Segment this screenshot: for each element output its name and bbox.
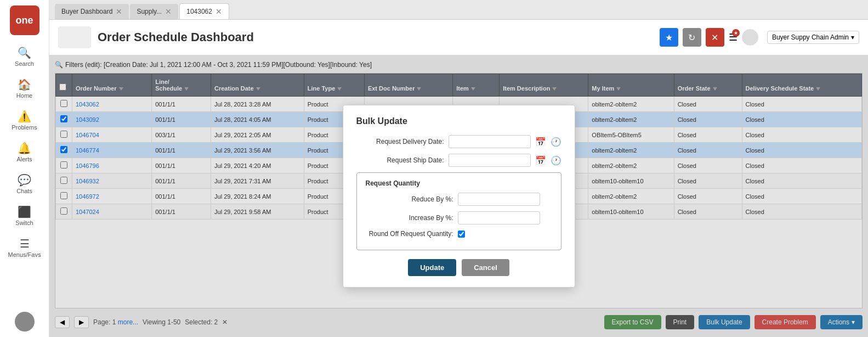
sidebar-item-label: Chats	[16, 188, 32, 194]
sidebar-item-alerts[interactable]: 🔔 Alerts	[0, 136, 49, 168]
calendar-icon[interactable]: 📅	[535, 137, 546, 147]
header-actions: ★ ↻ ✕ ☰ ★ Buyer Suppy Chain Admin ▾	[660, 28, 859, 47]
page-title: Order Schedule Dashboard	[98, 30, 660, 44]
request-qty-title: Request Quantity	[366, 179, 552, 187]
tab-supply[interactable]: Supply... ✕	[130, 4, 178, 19]
reduce-by-input[interactable]	[458, 193, 540, 206]
clock-icon[interactable]: 🕐	[551, 155, 561, 166]
tab-1043062[interactable]: 1043062 ✕	[179, 3, 229, 19]
sidebar-item-label: Problems	[12, 124, 37, 131]
alerts-icon: 🔔	[18, 142, 31, 155]
menus-icon: ☰	[20, 237, 30, 250]
avatar	[742, 29, 758, 46]
modal-actions: Update Cancel	[356, 259, 561, 276]
cancel-button[interactable]: Cancel	[462, 259, 509, 276]
sidebar-item-search[interactable]: 🔍 Search	[0, 41, 49, 72]
reduce-by-label: Reduce By %:	[366, 195, 453, 203]
problems-icon: ⚠️	[18, 110, 31, 123]
switch-icon: ⬛	[18, 205, 31, 218]
app-logo: one	[10, 5, 39, 35]
sidebar-item-label: Alerts	[16, 156, 32, 162]
sidebar-item-chats[interactable]: 💬 Chats	[0, 168, 49, 200]
ship-date-input[interactable]	[449, 154, 531, 167]
increase-by-input[interactable]	[458, 211, 540, 224]
delivery-date-input[interactable]	[449, 135, 531, 148]
notification-badge: ★	[732, 29, 740, 37]
user-dropdown[interactable]: Buyer Suppy Chain Admin ▾	[767, 31, 859, 44]
close-tab-icon[interactable]: ✕	[165, 7, 172, 16]
page-header: Order Schedule Dashboard ★ ↻ ✕ ☰ ★ Buyer…	[49, 20, 868, 55]
update-button[interactable]: Update	[408, 259, 456, 276]
chats-icon: 💬	[18, 173, 31, 187]
sidebar-item-label: Menus/Favs	[8, 251, 41, 258]
sidebar-item-problems[interactable]: ⚠️ Problems	[0, 104, 49, 136]
clock-icon[interactable]: 🕐	[551, 137, 561, 147]
round-off-checkbox[interactable]	[458, 231, 465, 238]
company-logo	[58, 26, 91, 48]
sidebar-item-switch[interactable]: ⬛ Switch	[0, 200, 49, 232]
home-icon: 🏠	[18, 78, 31, 91]
chevron-down-icon: ▾	[851, 33, 854, 41]
modal-overlay: Bulk Update Request Delivery Date: 📅 🕐 R…	[49, 55, 868, 337]
main-area: Buyer Dashboard ✕ Supply... ✕ 1043062 ✕ …	[49, 0, 868, 337]
close-tab-icon[interactable]: ✕	[116, 7, 122, 16]
tab-bar: Buyer Dashboard ✕ Supply... ✕ 1043062 ✕	[49, 0, 868, 20]
refresh-button[interactable]: ↻	[683, 28, 701, 47]
ship-date-label: Request Ship Date:	[356, 156, 444, 164]
sidebar-item-home[interactable]: 🏠 Home	[0, 72, 49, 104]
sidebar-item-avatar[interactable]	[0, 306, 49, 337]
sidebar-item-label: Home	[16, 92, 32, 99]
request-quantity-section: Request Quantity Reduce By %: Increase B…	[356, 172, 561, 250]
calendar-icon[interactable]: 📅	[535, 155, 546, 166]
modal-title: Bulk Update	[356, 116, 561, 126]
menu-button[interactable]: ☰ ★	[729, 31, 737, 43]
increase-by-field: Increase By %:	[366, 211, 552, 224]
increase-by-label: Increase By %:	[366, 214, 453, 222]
favorites-button[interactable]: ★	[660, 28, 678, 47]
close-tab-icon[interactable]: ✕	[215, 7, 222, 16]
tab-buyer-dashboard[interactable]: Buyer Dashboard ✕	[55, 4, 129, 19]
content-area: 🔍 Filters (edit): [Creation Date: Jul 1,…	[49, 55, 868, 337]
sidebar: one 🔍 Search 🏠 Home ⚠️ Problems 🔔 Alerts…	[0, 0, 49, 337]
round-off-field: Round Off Request Quantity:	[366, 230, 552, 238]
sidebar-item-menus[interactable]: ☰ Menus/Favs	[0, 232, 49, 263]
sidebar-item-label: Search	[15, 60, 34, 67]
close-button[interactable]: ✕	[706, 28, 724, 47]
delivery-date-field: Request Delivery Date: 📅 🕐	[356, 135, 561, 148]
delivery-date-label: Request Delivery Date:	[356, 138, 444, 145]
sidebar-item-label: Switch	[15, 220, 33, 226]
reduce-by-field: Reduce By %:	[366, 193, 552, 206]
search-icon: 🔍	[18, 46, 31, 59]
bulk-update-modal: Bulk Update Request Delivery Date: 📅 🕐 R…	[343, 105, 575, 288]
ship-date-field: Request Ship Date: 📅 🕐	[356, 154, 561, 167]
round-off-label: Round Off Request Quantity:	[366, 230, 453, 238]
